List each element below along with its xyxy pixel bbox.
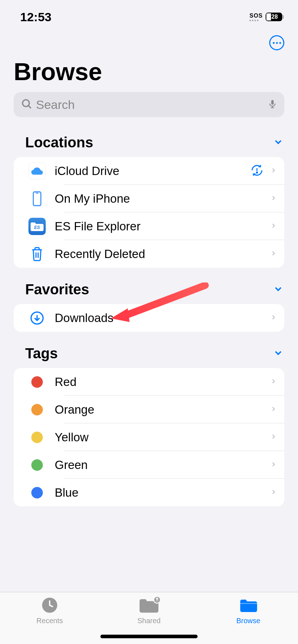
chevron-right-icon	[270, 220, 277, 233]
item-label: Red	[50, 375, 270, 389]
svg-point-18	[156, 598, 158, 600]
sync-status-icon	[250, 164, 263, 178]
search-icon	[21, 98, 32, 111]
location-es-file-explorer[interactable]: ES ES File Explorer	[14, 212, 284, 240]
more-button[interactable]	[269, 35, 284, 50]
nav-bar	[0, 25, 298, 50]
locations-title: Locations	[25, 134, 93, 151]
tag-color-icon	[24, 432, 50, 443]
chevron-down-icon	[273, 348, 284, 360]
svg-rect-2	[271, 100, 274, 105]
es-file-explorer-icon: ES	[24, 218, 50, 235]
chevron-right-icon	[270, 404, 277, 416]
item-label: Blue	[50, 486, 270, 500]
chevron-down-icon	[273, 137, 284, 149]
tag-color-icon	[24, 459, 50, 471]
item-label: Orange	[50, 403, 270, 417]
item-label: ES File Explorer	[50, 220, 270, 233]
item-label: iCloud Drive	[50, 164, 250, 178]
status-bar: 12:53 SOS 28	[0, 0, 298, 25]
tag-orange[interactable]: Orange	[14, 396, 284, 423]
clock-icon	[41, 597, 58, 615]
shared-folder-icon	[138, 597, 160, 615]
chevron-right-icon	[270, 376, 277, 388]
favorites-title: Favorites	[25, 281, 89, 298]
chevron-right-icon	[270, 248, 277, 260]
icloud-icon	[24, 162, 50, 180]
favorites-header[interactable]: Favorites	[0, 281, 298, 298]
svg-rect-8	[36, 193, 38, 193]
tag-color-icon	[24, 404, 50, 415]
chevron-right-icon	[270, 487, 277, 499]
page-title: Browse	[0, 50, 298, 86]
trash-icon	[24, 247, 50, 262]
home-indicator[interactable]	[100, 635, 198, 638]
tag-blue[interactable]: Blue	[14, 479, 284, 506]
locations-header[interactable]: Locations	[0, 134, 298, 151]
item-label: Downloads	[50, 311, 270, 325]
svg-rect-19	[240, 603, 257, 604]
tab-label: Recents	[36, 617, 63, 625]
svg-line-1	[28, 106, 31, 108]
item-label: On My iPhone	[50, 192, 270, 206]
tags-list: Red Orange Yellow Green Blue	[14, 368, 284, 506]
item-label: Green	[50, 458, 270, 472]
chevron-right-icon	[270, 459, 277, 471]
favorites-list: Downloads	[14, 304, 284, 332]
favorites-section: Favorites Downloads	[0, 281, 298, 332]
chevron-right-icon	[270, 165, 277, 177]
favorite-downloads[interactable]: Downloads	[14, 304, 284, 332]
svg-point-6	[257, 172, 258, 173]
item-label: Recently Deleted	[50, 247, 270, 261]
locations-section: Locations iCloud Drive On My iPhone	[0, 134, 298, 268]
chevron-right-icon	[270, 193, 277, 205]
tag-color-icon	[24, 376, 50, 388]
tag-color-icon	[24, 487, 50, 498]
status-right: SOS 28	[249, 13, 284, 21]
tag-yellow[interactable]: Yellow	[14, 423, 284, 451]
tab-browse[interactable]: Browse	[199, 592, 298, 644]
svg-text:ES: ES	[34, 225, 40, 230]
tags-header[interactable]: Tags	[0, 345, 298, 362]
microphone-icon[interactable]	[268, 98, 277, 111]
battery-indicator: 28	[266, 13, 284, 21]
search-bar[interactable]: Search	[14, 92, 284, 117]
chevron-down-icon	[273, 284, 284, 296]
tab-label: Shared	[137, 617, 161, 625]
sos-indicator: SOS	[249, 13, 263, 21]
location-icloud-drive[interactable]: iCloud Drive	[14, 157, 284, 185]
iphone-icon	[24, 191, 50, 206]
tag-red[interactable]: Red	[14, 368, 284, 396]
folder-icon	[239, 597, 258, 615]
chevron-right-icon	[270, 431, 277, 443]
tab-recents[interactable]: Recents	[0, 592, 99, 644]
svg-point-0	[23, 100, 30, 107]
item-label: Yellow	[50, 431, 270, 444]
downloads-icon	[24, 311, 50, 325]
search-placeholder: Search	[36, 98, 268, 112]
tags-section: Tags Red Orange Yellow Green Blue	[0, 345, 298, 506]
svg-rect-7	[33, 192, 41, 205]
location-recently-deleted[interactable]: Recently Deleted	[14, 240, 284, 268]
locations-list: iCloud Drive On My iPhone ES ES Fi	[14, 157, 284, 268]
location-on-my-iphone[interactable]: On My iPhone	[14, 185, 284, 212]
tab-label: Browse	[236, 617, 261, 625]
tags-title: Tags	[25, 345, 58, 362]
tag-green[interactable]: Green	[14, 451, 284, 479]
chevron-right-icon	[270, 312, 277, 324]
status-time: 12:53	[20, 10, 51, 24]
